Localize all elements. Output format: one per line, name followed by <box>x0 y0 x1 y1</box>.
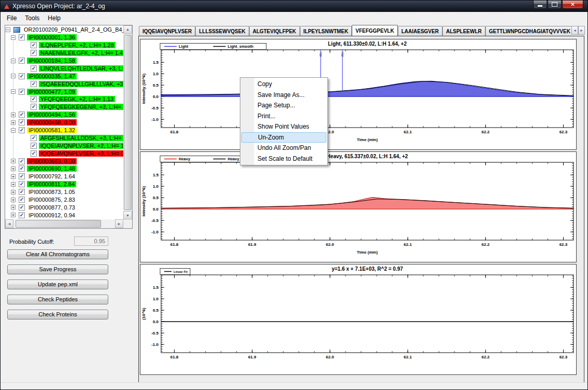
checkbox[interactable]: ✓ <box>31 50 37 56</box>
collapse-icon[interactable]: − <box>11 74 16 78</box>
checkbox[interactable]: ✓ <box>31 104 37 110</box>
menu-file[interactable]: File <box>3 13 21 23</box>
tree-horizontal-scrollbar[interactable]: ◄ ► <box>5 219 123 228</box>
menu-item-set-scale-to-default[interactable]: Set Scale to Default <box>240 154 327 164</box>
minimize-button[interactable] <box>533 1 547 9</box>
checkbox[interactable]: ✓ <box>31 42 37 48</box>
checkbox[interactable]: ✓ <box>19 173 25 179</box>
tree-item[interactable]: +✓IPI00000873, 1.05 <box>5 188 123 196</box>
check-proteins-button[interactable]: Check Proteins <box>7 310 108 319</box>
tree-item[interactable]: +✓IPI00000912, 0.94 <box>5 211 123 219</box>
checkbox[interactable]: ✓ <box>19 127 25 133</box>
tree-item[interactable]: +✓IPI00000792, 1.64 <box>5 173 123 180</box>
menu-item-print[interactable]: Print... <box>240 111 327 122</box>
checkbox[interactable]: ✓ <box>19 89 25 95</box>
checkbox[interactable]: ✓ <box>19 197 25 203</box>
checkbox[interactable]: ✓ <box>19 73 25 79</box>
checkbox[interactable]: ✓ <box>19 58 25 64</box>
tree-item[interactable]: +✓IPI00000875, 2.83 <box>5 196 123 204</box>
expand-icon[interactable]: + <box>11 205 16 210</box>
save-progress-button[interactable]: Save Progress <box>7 264 108 274</box>
tree-item[interactable]: ✓ILQNEPLPER, +2, L:H= 1.28 <box>5 41 123 49</box>
tree-item[interactable]: +✓IPI00000498, 0.00 <box>5 119 123 127</box>
expand-icon[interactable]: + <box>11 113 16 117</box>
tree-root-item[interactable]: −OR20100209_P0941_AR_2-4_OG_B4_DC_0 <box>5 26 123 34</box>
tab-scroll-left-icon[interactable]: ◄ <box>571 26 578 35</box>
tree-item[interactable]: +✓IPI00000690, 1.48 <box>5 165 123 173</box>
tab-alspleewlr[interactable]: ALSPLEEWLR <box>442 26 485 36</box>
tree-item[interactable]: −✓IPI00000477, 1.09 <box>5 88 123 95</box>
menu-item-undo-all-zoom-pan[interactable]: Undo All Zoom/Pan <box>240 143 327 154</box>
tab-gettlwnpgcdhagiatqvvvek[interactable]: GETTLWNPGCDHAGIATQVVVEK <box>485 26 572 36</box>
checkbox[interactable]: ✓ <box>19 119 25 126</box>
vertical-scroll-thumb[interactable] <box>124 35 132 210</box>
tab-ilpeylsnwtmek[interactable]: ILPEYLSNWTMEK <box>300 26 352 36</box>
checkbox[interactable]: ✓ <box>31 143 37 149</box>
checkbox[interactable]: ✓ <box>31 96 37 102</box>
checkbox[interactable]: ✓ <box>19 212 25 218</box>
collapse-icon[interactable]: − <box>6 27 10 32</box>
menu-item-un-zoom[interactable]: Un-Zoom <box>241 132 326 143</box>
menu-tools[interactable]: Tools <box>21 13 44 23</box>
collapse-icon[interactable]: − <box>11 59 16 63</box>
checkbox[interactable]: ✓ <box>19 189 25 195</box>
tree-item[interactable]: +✓IPI00000811, 2.84 <box>5 180 123 188</box>
collapse-icon[interactable]: − <box>11 89 16 94</box>
tree-item[interactable]: −✓IPI00000184, 1.58 <box>5 57 123 65</box>
expand-icon[interactable]: + <box>11 174 16 179</box>
clear-all-chromatograms-button[interactable]: Clear All Chromatograms <box>7 249 108 259</box>
tree-item[interactable]: ✓IQQEIAVQNPLVSER, +2, L:H= 1.24 <box>5 142 123 149</box>
expand-icon[interactable]: + <box>11 190 16 194</box>
maximize-button[interactable] <box>548 1 562 9</box>
tree-item[interactable]: ✓AFGFSHLEALLDDSK, +3, L:H= 1.40 <box>5 134 123 142</box>
checkbox[interactable]: ✓ <box>19 204 25 211</box>
collapse-icon[interactable]: − <box>11 128 16 133</box>
tab-lllsssewvqsek[interactable]: LLLSSSEWVQSEK <box>195 26 249 36</box>
tree-item[interactable]: −✓IPI00000001, 1.36 <box>5 34 123 41</box>
tab-laaiaesgver[interactable]: LAAIAESGVER <box>398 26 442 36</box>
checkbox[interactable]: ✓ <box>19 112 25 118</box>
checkbox[interactable]: ✓ <box>31 135 37 141</box>
tree-item[interactable]: ✓IQQEIAVQNPLVSER, +3, L:H= 0.00 <box>5 149 123 157</box>
tree-vertical-scrollbar[interactable]: ▲ ▼ <box>123 25 132 219</box>
expand-icon[interactable]: + <box>11 120 16 125</box>
close-button[interactable]: ✕ <box>562 1 583 9</box>
tree-item[interactable]: ✓LINQVLELQHTLEDLSAR, +3, L:H= 1 <box>5 64 123 72</box>
light-chromatogram-chart[interactable]: Light, 611.330±0.02, L:H 1.64, +261.861.… <box>140 39 577 150</box>
checkbox[interactable]: ✓ <box>31 65 37 72</box>
expand-icon[interactable]: + <box>11 213 16 217</box>
tree-item[interactable]: +✓IPI00000494, 1.56 <box>5 111 123 119</box>
checkbox[interactable]: ✓ <box>19 181 25 187</box>
expand-icon[interactable]: + <box>11 182 16 187</box>
scroll-down-icon[interactable]: ▼ <box>123 211 132 219</box>
checkbox[interactable]: ✓ <box>31 81 37 87</box>
scroll-right-icon[interactable]: ► <box>115 219 123 228</box>
menu-item-save-image-as[interactable]: Save Image As... <box>240 90 327 101</box>
tree-item[interactable]: −✓IPI00000581, 1.32 <box>5 127 123 134</box>
expand-icon[interactable]: + <box>11 166 16 171</box>
tree-item[interactable]: ✓NAAENMLEILGFK, +2, L:H= 1.43 <box>5 49 123 57</box>
tree-item[interactable]: ✓ISQAEEEDQQLLGHLLLVAK, +3, L:H <box>5 80 123 88</box>
tab-vfefggpevlk[interactable]: VFEFGGPEVLK <box>352 25 397 36</box>
probability-cutoff-input[interactable] <box>74 236 108 246</box>
linear-fit-chart[interactable]: y=1.6 x + 7.1E+03, R^2 = 0.9761.861.962.… <box>140 264 577 375</box>
tree-item[interactable]: +✓IPI00000877, 0.73 <box>5 203 123 211</box>
scroll-up-icon[interactable]: ▲ <box>123 25 132 34</box>
tab-scroll-right-icon[interactable]: ► <box>578 26 585 35</box>
expand-icon[interactable]: + <box>11 198 16 202</box>
horizontal-scroll-thumb[interactable] <box>16 220 101 228</box>
tree-item[interactable]: −✓IPI00000335, 1.47 <box>5 72 123 80</box>
tree-item[interactable]: +✓IPI00000663, 0.00 <box>5 157 123 165</box>
collapse-icon[interactable]: − <box>11 35 16 40</box>
tree-item[interactable]: ✓YFQFQEEGK, +2, L:H= 1.13 <box>5 95 123 103</box>
expand-icon[interactable]: + <box>11 159 16 163</box>
menu-item-page-setup[interactable]: Page Setup... <box>240 100 327 111</box>
checkbox[interactable]: ✓ <box>19 158 25 164</box>
check-peptides-button[interactable]: Check Peptides <box>7 295 108 304</box>
checkbox[interactable]: ✓ <box>19 34 25 40</box>
checkbox[interactable]: ✓ <box>31 150 37 157</box>
menu-item-copy[interactable]: Copy <box>240 79 327 90</box>
heavy-chromatogram-chart[interactable]: Heavy, 615.337±0.02, L:H 1.64, +261.861.… <box>140 151 577 262</box>
tree-item[interactable]: ✓YFQFQEEGKEGENR, +3, L:H= 1.06 <box>5 103 123 111</box>
tab-iqqeiavqnplvser[interactable]: IQQEIAVQNPLVSER <box>139 26 195 36</box>
